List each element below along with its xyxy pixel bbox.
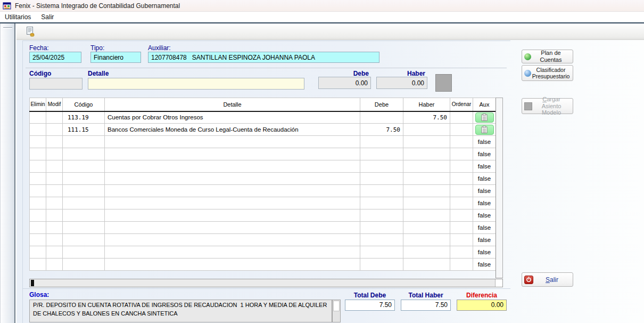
total-debe-value: 7.50	[345, 300, 395, 311]
total-debe-label: Total Debe	[345, 292, 395, 299]
grid-cell-modif	[46, 124, 63, 136]
grid-cell-codigo: 113.19	[63, 111, 105, 124]
grid-horizontal-scrollbar[interactable]	[29, 279, 503, 287]
new-entry-button[interactable]	[23, 25, 37, 39]
grid-cell-ordenar	[450, 209, 473, 222]
clasificador-line2: Presupuestario	[532, 73, 570, 79]
haber-entry-input[interactable]	[376, 77, 427, 89]
grid-cell-elimin	[30, 148, 46, 160]
green-sphere-icon	[524, 53, 531, 60]
grid-cell-elimin	[30, 246, 46, 259]
glosa-textarea[interactable]: P/R. DEPOSITO EN CUENTA ROTATIVA DE INGR…	[29, 300, 332, 322]
grid-cell-modif	[46, 160, 63, 173]
grid-row[interactable]: 113.19Cuentas por Cobrar Otros Ingresos7…	[30, 111, 496, 124]
grid-cell-codigo	[63, 222, 105, 234]
grid-cell-debe	[360, 234, 403, 246]
grid-cell-haber	[403, 259, 450, 271]
grid-cell-detalle	[105, 136, 360, 148]
detalle-entry-input[interactable]	[88, 78, 304, 90]
left-splitter-panel[interactable]	[0, 23, 15, 323]
aux-button[interactable]	[475, 125, 494, 135]
grid-cell-ordenar	[450, 185, 473, 197]
grid-row[interactable]: false	[30, 234, 496, 246]
power-icon	[524, 276, 533, 284]
gray-square-button[interactable]	[435, 74, 452, 92]
grid-row[interactable]: 111.15Bancos Comerciales Moneda de Curso…	[30, 124, 496, 136]
grid-cell-aux: false	[473, 209, 496, 222]
grid-cell-ordenar	[450, 136, 473, 148]
diferencia-value: 0.00	[457, 300, 507, 311]
notepad-icon	[481, 114, 488, 121]
grid-row[interactable]: false	[30, 173, 496, 185]
grid-cell-aux: false	[473, 136, 496, 148]
grid-row[interactable]: false	[30, 148, 496, 160]
grid-cell-haber	[403, 185, 450, 197]
grid-row[interactable]: false	[30, 259, 496, 271]
grid-cell-elimin	[30, 185, 46, 197]
menu-item-salir[interactable]: Salir	[36, 12, 59, 22]
grid-cell-haber	[403, 173, 450, 185]
plan-de-cuentas-button[interactable]: Plan de Cuentas	[522, 50, 573, 63]
scrollbar-thumb[interactable]	[31, 280, 34, 286]
codigo-entry-input[interactable]	[29, 78, 82, 90]
cargar-asiento-line1: Cargar Asiento	[532, 96, 571, 109]
clasificador-presupuestario-button[interactable]: Clasificador Presupuestario	[522, 65, 573, 81]
auxiliar-input[interactable]	[148, 52, 379, 63]
menu-item-utilitarios[interactable]: Utilitarios	[0, 12, 36, 22]
grid-cell-detalle	[105, 185, 360, 197]
grid-cell-aux: false	[473, 259, 496, 271]
grid-cell-detalle	[105, 148, 360, 160]
salir-button[interactable]: Salir	[522, 272, 573, 287]
grid-cell-haber	[403, 246, 450, 259]
aux-button[interactable]	[475, 112, 494, 123]
grid-cell-haber	[403, 148, 450, 160]
grid-cell-codigo	[63, 173, 105, 185]
grid-cell-debe	[360, 222, 403, 234]
grid-cell-modif	[46, 185, 63, 197]
grid-cell-haber	[403, 197, 450, 209]
glosa-label: Glosa:	[29, 291, 49, 298]
grid-header-ordenar: Ordenar	[450, 98, 473, 111]
grid-row[interactable]: false	[30, 185, 496, 197]
grid-cell-codigo: 111.15	[63, 124, 105, 136]
glosa-scrollbar[interactable]	[332, 300, 341, 322]
splitter-grip-icon	[3, 27, 12, 29]
gray-square-icon	[524, 102, 532, 110]
blue-sphere-icon	[524, 70, 531, 77]
fecha-input[interactable]	[29, 52, 81, 63]
grid-cell-ordenar	[450, 148, 473, 160]
grid-row[interactable]: false	[30, 246, 496, 259]
grid-cell-codigo	[63, 209, 105, 222]
grid-cell-debe	[360, 160, 403, 173]
grid-cell-modif	[46, 234, 63, 246]
grid-row[interactable]: false	[30, 209, 496, 222]
debe-entry-input[interactable]	[318, 77, 371, 89]
cargar-asiento-label: Cargar Asiento Modelo	[532, 96, 571, 116]
grid-row[interactable]: false	[30, 160, 496, 173]
cargar-asiento-modelo-button[interactable]: Cargar Asiento Modelo	[522, 98, 573, 114]
grid-row[interactable]: false	[30, 222, 496, 234]
grid-cell-aux: false	[473, 160, 496, 173]
grid-cell-detalle	[105, 222, 360, 234]
grid-cell-aux	[473, 124, 496, 136]
form-panel-edge	[22, 41, 23, 323]
glosa-scrollbar-thumb[interactable]	[333, 301, 340, 311]
grid-cell-detalle	[105, 234, 360, 246]
tipo-input[interactable]	[90, 52, 141, 63]
toolbar	[16, 23, 644, 40]
grid-cell-detalle	[105, 259, 360, 271]
grid-cell-ordenar	[450, 246, 473, 259]
codigo-entry-label: Código	[29, 70, 51, 77]
grid-cell-ordenar	[450, 197, 473, 209]
grid-cell-detalle	[105, 209, 360, 222]
grid-cell-ordenar	[450, 111, 473, 124]
grid-row[interactable]: false	[30, 136, 496, 148]
app-icon	[3, 2, 11, 10]
grid-header-detalle: Detalle	[105, 98, 360, 111]
grid-row[interactable]: false	[30, 197, 496, 209]
plan-de-cuentas-label: Plan de Cuentas	[531, 50, 571, 63]
grid-cell-ordenar	[450, 259, 473, 271]
grid-vertical-scrollbar[interactable]	[496, 98, 503, 278]
grid-header-modif: Modif	[46, 98, 63, 111]
grid-header-row: Elimin Modif Código Detalle Debe Haber O…	[30, 98, 496, 111]
